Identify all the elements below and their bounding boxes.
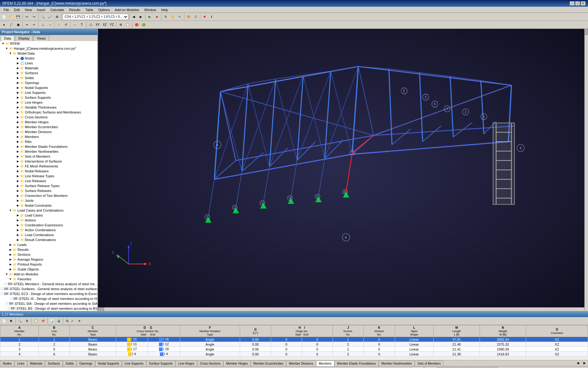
- tree-nodal-supports[interactable]: ▶ 📁 Nodal Supports: [0, 85, 97, 90]
- tree-surfaces[interactable]: ▶ 📁 Surfaces: [0, 71, 97, 75]
- btab-member-hinges[interactable]: Member Hinges: [223, 361, 251, 366]
- tree-favorites[interactable]: ▼ 📁 Favorites: [0, 277, 97, 282]
- tree-avg-regions[interactable]: ▶ 📁 Average Regions: [0, 257, 97, 262]
- btab-sets-members[interactable]: Sets of Members: [415, 361, 443, 366]
- expand-model-data[interactable]: ▼: [9, 52, 12, 55]
- col-header-D[interactable]: D ECross-Section No.Start End: [116, 325, 180, 337]
- col-header-N[interactable]: NWeightW [lb]: [480, 325, 526, 337]
- expand-member-nonlin[interactable]: ▶: [16, 150, 20, 153]
- menu-edit[interactable]: Edit: [12, 7, 22, 12]
- btab-nodes[interactable]: Nodes: [0, 361, 14, 366]
- table-row[interactable]: 2 2 Beam I 11 I 12 Angle 0.00 0 0 2 0 Li…: [0, 342, 588, 347]
- col-header-A[interactable]: AMemberNo.: [0, 325, 39, 337]
- menu-addon[interactable]: Add-on Modules: [112, 7, 142, 12]
- expand-sections[interactable]: ▶: [9, 253, 12, 256]
- surface-btn[interactable]: ▣: [15, 21, 21, 28]
- menu-calculate[interactable]: Calculate: [48, 7, 67, 12]
- tree-member-hinges[interactable]: ▶ 📁 Member Hinges: [0, 120, 97, 125]
- tree-loads[interactable]: ▶ 📁 Loads: [0, 242, 97, 247]
- osnap-btn[interactable]: OSNAP: [455, 367, 470, 368]
- expand-solids[interactable]: ▶: [16, 76, 20, 80]
- tree-members[interactable]: ▶ 📁 Members: [0, 134, 97, 139]
- btab-materials[interactable]: Materials: [27, 361, 45, 366]
- expand-member-div[interactable]: ▶: [16, 130, 20, 134]
- line-btn[interactable]: ╱: [8, 21, 14, 28]
- tree-surface-supports[interactable]: ▶ 📁 Surface Supports: [0, 95, 97, 100]
- zoom-in-btn[interactable]: 🔍: [40, 13, 46, 20]
- tree-rfsteel-surfaces[interactable]: 📄 RF-STEEL Surfaces - General stress ana…: [0, 286, 97, 291]
- col-header-O[interactable]: OComment: [526, 325, 588, 337]
- run-btn[interactable]: ▶: [146, 13, 153, 20]
- btab-solids[interactable]: Solids: [63, 361, 77, 366]
- btab-member-nonlin[interactable]: Member Nonlinearities: [379, 361, 415, 366]
- support-btn[interactable]: ⊥: [40, 21, 46, 28]
- menu-options[interactable]: Options: [96, 7, 112, 12]
- stop-btn[interactable]: ■: [153, 13, 160, 20]
- btab-members[interactable]: Members: [316, 361, 334, 366]
- mb-excel-btn[interactable]: 📊: [48, 318, 55, 324]
- expand-member-eccent[interactable]: ▶: [16, 125, 20, 129]
- tab-prev-btn[interactable]: ◀: [575, 360, 581, 366]
- tree-action-comb[interactable]: ▶ 📁 Action Combinations: [0, 228, 97, 232]
- tree-line-release-types[interactable]: ▶ 📁 Line Release Types: [0, 174, 97, 178]
- col-header-K[interactable]: KDivisionNo.: [364, 325, 395, 337]
- col-header-F[interactable]: FMember RotationType: [180, 325, 240, 337]
- mb-formula-btn[interactable]: ✓: [69, 318, 76, 324]
- expand-nodal-releases[interactable]: ▶: [16, 169, 20, 173]
- expand-ortho[interactable]: ▶: [16, 110, 20, 114]
- delete-btn[interactable]: ✖: [201, 13, 208, 20]
- col-header-J[interactable]: JEccent.No.: [333, 325, 364, 337]
- maximize-button[interactable]: □: [575, 1, 580, 6]
- btab-lines[interactable]: Lines: [14, 361, 27, 366]
- expand-surface-releases[interactable]: ▶: [16, 189, 20, 193]
- tree-member-eccent[interactable]: ▶ 📁 Member Eccentricities: [0, 125, 97, 129]
- scrollbar-vertical-3d[interactable]: [584, 29, 588, 311]
- mb-sort-btn[interactable]: ⇅: [24, 318, 30, 324]
- expand-members[interactable]: ▶: [16, 135, 20, 139]
- grid-btn[interactable]: GRID: [425, 367, 437, 368]
- menu-table[interactable]: Table: [83, 7, 96, 12]
- tab-next-btn[interactable]: ▶: [581, 360, 588, 366]
- tab-display[interactable]: Display: [15, 36, 33, 41]
- tree-lines[interactable]: ▶ 📋 Lines: [0, 61, 97, 66]
- tree-surface-release-types[interactable]: ▶ 📁 Surface Release Types: [0, 183, 97, 188]
- snap-btn[interactable]: SNAP: [411, 367, 424, 368]
- col-header-L[interactable]: LTaperShape: [395, 325, 433, 337]
- tree-rfem-root[interactable]: ▼ 📁 RFEM: [0, 41, 97, 46]
- new-btn[interactable]: 📄: [1, 13, 7, 20]
- beam-btn[interactable]: ═: [31, 21, 37, 28]
- tree-solids[interactable]: ▶ 📁 Solids: [0, 75, 97, 80]
- expand-joints[interactable]: ▶: [16, 199, 20, 202]
- mb-new-btn[interactable]: 📄: [1, 318, 7, 324]
- expand-comb-expr[interactable]: ▶: [16, 223, 20, 227]
- tree-addon[interactable]: ▼ 📁 Add-on Modules: [0, 272, 97, 277]
- tree-rfsteel-is[interactable]: 📄 RF-STEEL IS - Design of steel members …: [0, 296, 97, 301]
- tree-rfsteel-sia[interactable]: 📄 RF-STEEL SIA - Design of steel members…: [0, 301, 97, 306]
- expand-fe-mesh[interactable]: ▶: [16, 164, 20, 168]
- open-btn[interactable]: 📂: [8, 13, 14, 20]
- tree-load-cases-comb[interactable]: ▼ 📁 Load Cases and Combinations: [0, 208, 97, 213]
- expand-openings[interactable]: ▶: [16, 81, 20, 85]
- tree-intersections[interactable]: ▶ 📁 Intersections of Surfaces: [0, 159, 97, 164]
- tree-nodal-constraints[interactable]: ▶ 📁 Nodal Constraints: [0, 203, 97, 208]
- pan-btn[interactable]: ✋: [169, 13, 176, 20]
- expand-lcc[interactable]: ▼: [9, 209, 12, 212]
- tree-ortho[interactable]: ▶ 📁 Orthotropic Surfaces and Membranes: [0, 110, 97, 115]
- expand-project[interactable]: ▼: [5, 47, 9, 50]
- tree-fe-mesh[interactable]: ▶ 📁 FE Mesh Refinements: [0, 164, 97, 169]
- tree-ribs[interactable]: ▶ 📁 Ribs: [0, 139, 97, 144]
- tree-joints[interactable]: ▶ 📁 Joints: [0, 198, 97, 203]
- tree-load-comb[interactable]: ▶ 📁 Load Combinations: [0, 232, 97, 237]
- expand-lines[interactable]: ▶: [16, 61, 20, 65]
- expand-nodes[interactable]: ▶: [16, 56, 20, 60]
- dxf-btn[interactable]: DXF: [488, 367, 498, 368]
- tree-openings[interactable]: ▶ 📁 Openings: [0, 80, 97, 85]
- tab-views[interactable]: Views: [33, 36, 49, 41]
- view-yz-btn[interactable]: YZ: [108, 21, 115, 28]
- expand-intersections[interactable]: ▶: [16, 159, 20, 163]
- view3d-btn[interactable]: ⬡: [87, 21, 94, 28]
- tree-line-hinges[interactable]: ▶ 📁 Line Hinges: [0, 100, 97, 105]
- tree-rfsteel-members[interactable]: 📄 RF-STEEL Members - General stress anal…: [0, 282, 97, 286]
- expand-rfem[interactable]: ▼: [1, 42, 5, 45]
- col-header-G[interactable]: Gβ [°]: [240, 325, 271, 337]
